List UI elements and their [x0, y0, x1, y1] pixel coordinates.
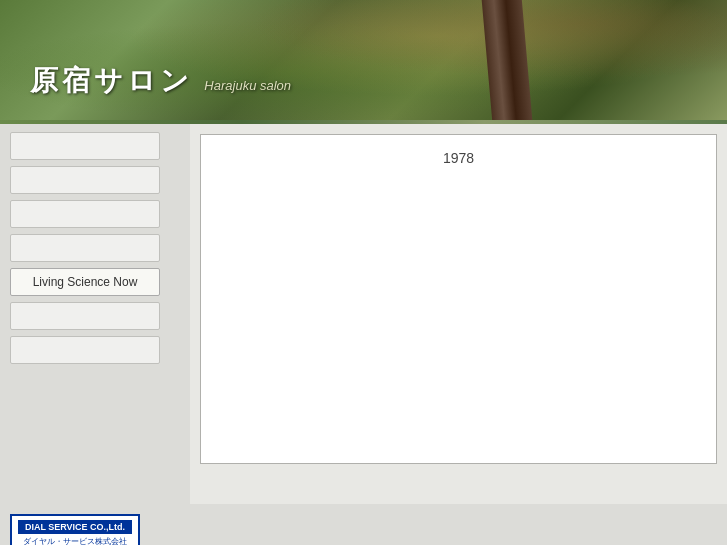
- dial-service-name: DIAL SERVICE CO.,Ltd.: [18, 520, 132, 534]
- main-container: Living Science Now 1978: [0, 124, 727, 504]
- sidebar: Living Science Now: [0, 124, 190, 504]
- dial-service-jp: ダイヤル・サービス株式会社: [18, 536, 132, 545]
- sidebar-item-1[interactable]: [10, 132, 160, 160]
- sidebar-item-2[interactable]: [10, 166, 160, 194]
- sidebar-item-4[interactable]: [10, 234, 160, 262]
- sidebar-item-7[interactable]: [10, 336, 160, 364]
- header-title: 原宿サロン Harajuku salon: [30, 62, 291, 100]
- footer-area: DIAL SERVICE CO.,Ltd. ダイヤル・サービス株式会社 DAL …: [0, 504, 727, 545]
- sidebar-item-3[interactable]: [10, 200, 160, 228]
- sidebar-item-living-science-now[interactable]: Living Science Now: [10, 268, 160, 296]
- content-area: 1978: [190, 124, 727, 504]
- site-title-english: Harajuku salon: [204, 78, 291, 93]
- site-title-japanese: 原宿サロン: [30, 65, 193, 96]
- content-box: 1978: [200, 134, 717, 464]
- header-banner: 原宿サロン Harajuku salon: [0, 0, 727, 120]
- sidebar-item-6[interactable]: [10, 302, 160, 330]
- dial-service-badge[interactable]: DIAL SERVICE CO.,Ltd. ダイヤル・サービス株式会社 DAL …: [10, 514, 140, 545]
- content-year: 1978: [216, 150, 701, 166]
